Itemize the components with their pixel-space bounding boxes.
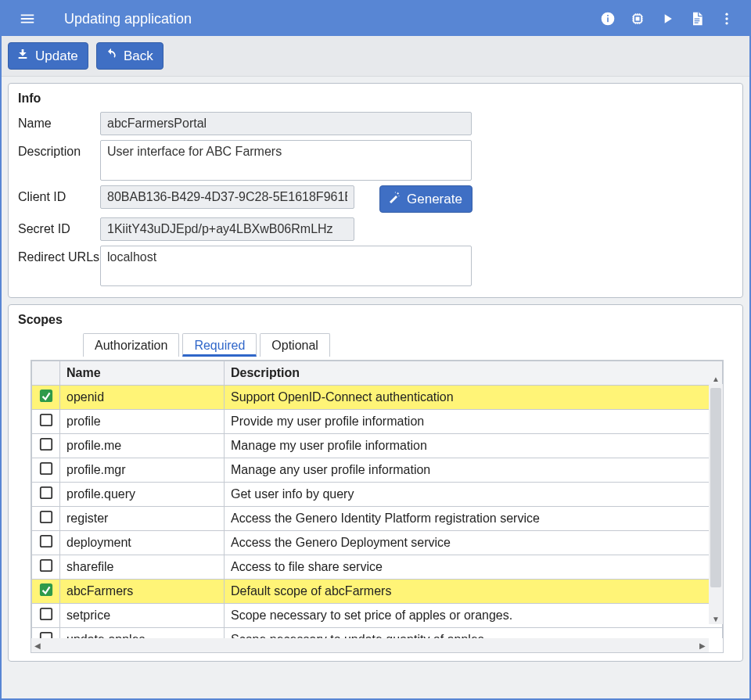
table-row[interactable]: profile.meManage my user profile informa… (32, 434, 723, 458)
row-checkbox[interactable] (39, 558, 53, 573)
row-description: Get user info by query (225, 483, 723, 507)
content-area: Info Name Description Client ID Generate (2, 77, 749, 698)
row-name: deployment (60, 531, 225, 555)
row-description: Manage my user profile information (225, 434, 723, 458)
scopes-panel: Scopes Authorization Required Optional N… (8, 304, 743, 662)
info-panel: Info Name Description Client ID Generate (8, 83, 743, 298)
row-description: Access to file share service (225, 555, 723, 580)
generate-button-label: Generate (407, 192, 462, 207)
undo-icon (105, 48, 117, 64)
svg-rect-1 (607, 17, 609, 22)
more-icon[interactable] (712, 3, 742, 34)
description-field[interactable] (100, 140, 472, 181)
row-checkbox[interactable] (39, 486, 53, 500)
row-description: Scope necessary to set price of apples o… (225, 604, 723, 628)
app-bar: Updating application (2, 2, 749, 36)
svg-rect-13 (40, 487, 51, 498)
row-description: Support OpenID-Connect authentication (225, 386, 723, 410)
name-label: Name (18, 112, 100, 131)
row-name: abcFarmers (60, 580, 225, 604)
tab-required[interactable]: Required (182, 333, 257, 357)
generate-button[interactable]: Generate (379, 185, 473, 213)
svg-rect-16 (40, 560, 51, 571)
row-name: profile.query (60, 483, 225, 507)
col-header-description[interactable]: Description (225, 361, 723, 386)
svg-rect-14 (40, 512, 51, 522)
row-description: Scope necessary to update quantity of ap… (225, 628, 723, 639)
scroll-left-icon[interactable]: ◀ (34, 641, 41, 650)
row-description: Provide my user profile information (225, 410, 723, 434)
scroll-up-icon[interactable]: ▲ (709, 373, 723, 384)
clientid-label: Client ID (18, 185, 100, 204)
table-row[interactable]: openidSupport OpenID-Connect authenticat… (32, 386, 723, 410)
svg-rect-15 (40, 536, 51, 547)
scroll-right-icon[interactable]: ▶ (699, 641, 706, 650)
vertical-scrollbar[interactable]: ▲ ▼ (709, 384, 723, 624)
table-row[interactable]: profileProvide my user profile informati… (32, 410, 723, 434)
horizontal-scroll-track[interactable] (45, 640, 695, 651)
row-name: update.apples (60, 628, 225, 639)
name-field[interactable] (100, 112, 472, 135)
table-row[interactable]: sharefileAccess to file share service (32, 555, 723, 580)
svg-rect-4 (636, 17, 640, 21)
page-title: Updating application (64, 11, 593, 27)
back-button[interactable]: Back (96, 42, 163, 70)
svg-point-7 (725, 22, 728, 24)
scopes-panel-title: Scopes (9, 313, 742, 327)
table-row[interactable]: setpriceScope necessary to set price of … (32, 604, 723, 628)
row-checkbox[interactable] (39, 437, 53, 451)
svg-rect-2 (607, 15, 609, 16)
tab-authorization[interactable]: Authorization (83, 333, 179, 357)
chip-icon[interactable] (623, 3, 652, 34)
row-name: sharefile (60, 555, 225, 580)
svg-point-5 (725, 13, 728, 16)
run-icon[interactable] (652, 3, 682, 34)
row-name: profile.me (60, 434, 225, 458)
update-icon (16, 48, 29, 64)
secretid-field[interactable] (100, 217, 354, 241)
row-name: register (60, 507, 225, 531)
redirect-field[interactable] (100, 246, 472, 286)
horizontal-scrollbar[interactable]: ◀ ▶ (31, 638, 709, 652)
table-row[interactable]: abcFarmersDefault scope of abcFarmers (32, 580, 723, 604)
svg-rect-19 (40, 633, 51, 638)
description-label: Description (18, 140, 100, 159)
row-description: Access the Genero Identity Platform regi… (225, 507, 723, 531)
scopes-table-wrap: Name Description openidSupport OpenID-Co… (31, 360, 724, 653)
row-checkbox[interactable] (39, 631, 53, 638)
table-row[interactable]: profile.mgrManage any user profile infor… (32, 458, 723, 483)
row-checkbox[interactable] (39, 607, 53, 621)
table-row[interactable]: registerAccess the Genero Identity Platf… (32, 507, 723, 531)
svg-rect-12 (40, 463, 51, 474)
row-description: Manage any user profile information (225, 458, 723, 483)
update-button[interactable]: Update (8, 42, 88, 70)
row-checkbox[interactable] (39, 413, 53, 427)
table-row[interactable]: update.applesScope necessary to update q… (32, 628, 723, 639)
row-checkbox[interactable] (39, 534, 53, 548)
clientid-field[interactable] (100, 185, 354, 209)
row-name: setprice (60, 604, 225, 628)
row-description: Default scope of abcFarmers (225, 580, 723, 604)
menu-icon[interactable] (13, 3, 42, 34)
back-button-label: Back (124, 48, 153, 64)
svg-rect-8 (19, 57, 27, 59)
table-row[interactable]: profile.queryGet user info by query (32, 483, 723, 507)
row-checkbox[interactable] (39, 583, 53, 597)
col-header-check[interactable] (32, 361, 60, 386)
row-description: Access the Genero Deployment service (225, 531, 723, 555)
row-checkbox[interactable] (39, 510, 53, 524)
secretid-label: Secret ID (18, 217, 100, 236)
vertical-scroll-thumb[interactable] (710, 388, 721, 587)
col-header-name[interactable]: Name (60, 361, 225, 386)
info-icon[interactable] (593, 3, 623, 34)
document-icon[interactable] (682, 3, 712, 34)
row-checkbox[interactable] (39, 389, 53, 403)
row-checkbox[interactable] (39, 461, 53, 476)
table-row[interactable]: deploymentAccess the Genero Deployment s… (32, 531, 723, 555)
svg-rect-11 (40, 439, 51, 450)
tab-optional[interactable]: Optional (260, 333, 330, 357)
row-name: openid (60, 386, 225, 410)
row-name: profile (60, 410, 225, 434)
svg-rect-10 (40, 415, 51, 425)
scroll-down-icon[interactable]: ▼ (709, 613, 723, 624)
